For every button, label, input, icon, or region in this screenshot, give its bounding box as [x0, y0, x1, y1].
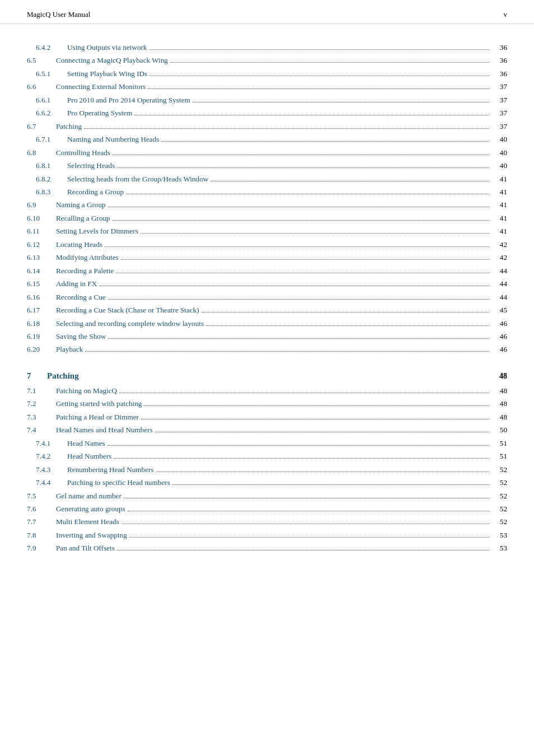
- toc-entry-label: Controlling Heads: [56, 147, 110, 158]
- toc-entry: 7.4.3Renumbering Head Numbers52: [27, 464, 507, 475]
- toc-entry-label: Selecting heads from the Group/Heads Win…: [67, 174, 208, 185]
- toc-entry-number: 6.6.1: [27, 95, 67, 106]
- toc-dots: [170, 62, 489, 63]
- toc-entry-number: 7.4.3: [27, 464, 67, 475]
- toc-entry-number: 6.20: [27, 344, 56, 355]
- toc-entry: 6.10Recalling a Group41: [27, 213, 507, 224]
- toc-dots: [105, 246, 489, 247]
- toc-entry-page: 46: [491, 318, 507, 329]
- toc-entry-number: 6.16: [27, 292, 56, 303]
- toc-dots: [108, 299, 489, 300]
- section-7-number: 7: [27, 371, 47, 381]
- toc-dots: [85, 351, 489, 352]
- toc-entry-label: Patching on MagicQ: [56, 385, 117, 396]
- toc-entry-number: 6.13: [27, 252, 56, 263]
- toc-entry-label: Head Names and Head Numbers: [56, 424, 153, 436]
- toc-entry: 7.2Getting started with patching48: [27, 398, 507, 409]
- toc-entry-page: 36: [491, 42, 507, 53]
- toc-entry: 7.9Pan and Tilt Offsets53: [27, 543, 507, 554]
- toc-entry-label: Setting Levels for Dimmers: [56, 226, 138, 237]
- toc-dots: [113, 220, 489, 221]
- toc-entry-number: 6.8.1: [27, 160, 67, 171]
- toc-entry-number: 6.6: [27, 81, 56, 92]
- toc-entry-page: 52: [491, 477, 507, 488]
- toc-entry-label: Adding in FX: [56, 278, 97, 290]
- toc-dots: [117, 167, 489, 168]
- toc-entry: 6.6Connecting External Monitors37: [27, 81, 507, 92]
- toc-entry: 7.7Multi Element Heads52: [27, 516, 507, 528]
- toc-entry-label: Pan and Tilt Offsets: [56, 543, 115, 554]
- toc-entry-label: Saving the Show: [56, 331, 106, 342]
- toc-entry-number: 7.8: [27, 530, 56, 541]
- toc-entry-label: Using Outputs via network: [67, 42, 147, 53]
- toc-entry-page: 40: [491, 147, 507, 158]
- toc-entry-label: Connecting External Monitors: [56, 81, 146, 92]
- toc-entry-number: 6.12: [27, 239, 56, 250]
- toc-entry: 6.18Selecting and recording complete win…: [27, 318, 507, 329]
- toc-entry-number: 7.1: [27, 385, 56, 396]
- toc-dots: [134, 115, 489, 115]
- toc-entry: 7.4Head Names and Head Numbers50: [27, 424, 507, 436]
- toc-dots: [126, 194, 489, 194]
- toc-entry-label: Generating auto groups: [56, 503, 125, 515]
- toc-entry-number: 7.6: [27, 503, 56, 515]
- toc-entry-number: 6.15: [27, 278, 56, 290]
- toc-entry-number: 6.7: [27, 121, 56, 132]
- toc-entry: 6.8Controlling Heads40: [27, 147, 507, 158]
- toc-entry-page: 48: [491, 398, 507, 409]
- toc-dots: [84, 128, 489, 129]
- toc-entry-number: 6.5: [27, 55, 56, 66]
- toc-entry-page: 53: [491, 543, 507, 554]
- toc-entry-page: 36: [491, 68, 507, 80]
- toc-dots: [114, 458, 489, 459]
- toc-entry-label: Patching a Head or Dimmer: [56, 412, 139, 423]
- toc-entry-number: 6.9: [27, 199, 56, 211]
- toc-entry-number: 7.5: [27, 491, 56, 502]
- toc-entries-6: 6.4.2Using Outputs via network366.5Conne…: [27, 42, 507, 356]
- toc-entry-number: 6.7.1: [27, 134, 67, 145]
- toc-entry-number: 6.8.3: [27, 186, 67, 198]
- toc-entry-page: 37: [491, 81, 507, 92]
- toc-entry-page: 36: [491, 55, 507, 66]
- toc-dots: [107, 445, 489, 446]
- toc-entry: 6.15Adding in FX44: [27, 278, 507, 290]
- toc-entry: 6.8.1Selecting Heads40: [27, 160, 507, 171]
- toc-dots: [155, 432, 489, 432]
- header-page: v: [504, 10, 508, 19]
- toc-entry-page: 46: [491, 331, 507, 342]
- toc-dots: [148, 88, 489, 89]
- toc-entry: 6.16Recording a Cue44: [27, 292, 507, 303]
- toc-entry: 6.6.1Pro 2010 and Pro 2014 Operating Sys…: [27, 95, 507, 106]
- toc-entry-label: Getting started with patching: [56, 398, 142, 409]
- toc-entry: 7.6Generating auto groups52: [27, 503, 507, 515]
- toc-entry-number: 7.4.1: [27, 438, 67, 449]
- toc-entry: 6.17Recording a Cue Stack (Chase or Thea…: [27, 305, 507, 316]
- toc-entry-page: 52: [491, 516, 507, 528]
- toc-entry-label: Gel name and number: [56, 491, 121, 502]
- toc-entry-label: Locating Heads: [56, 239, 102, 250]
- toc-entry-page: 41: [491, 186, 507, 198]
- toc-entry-page: 46: [491, 344, 507, 355]
- toc-entry-label: Inverting and Swapping: [56, 530, 127, 541]
- toc-entry-label: Multi Element Heads: [56, 516, 119, 528]
- toc-entry-label: Naming a Group: [56, 199, 106, 211]
- toc-entry-page: 40: [491, 134, 507, 145]
- toc-dots: [128, 511, 489, 511]
- toc-entry-page: 53: [491, 530, 507, 541]
- toc-entry-label: Head Numbers: [67, 451, 111, 462]
- toc-entry: 6.6.2Pro Operating System37: [27, 108, 507, 119]
- toc-entry: 6.12Locating Heads42: [27, 239, 507, 250]
- toc-dots: [121, 259, 489, 260]
- toc-dots: [144, 405, 489, 406]
- toc-entry: 7.4.4Patching to specific Head numbers52: [27, 477, 507, 488]
- toc-entry-number: 6.5.1: [27, 68, 67, 80]
- toc-entry-page: 37: [491, 95, 507, 106]
- toc-dots: [108, 338, 489, 339]
- toc-entry-page: 48: [491, 385, 507, 396]
- toc-entry-label: Pro Operating System: [67, 108, 132, 119]
- toc-dots: [161, 141, 489, 142]
- toc-entry: 6.7.1Naming and Numbering Heads40: [27, 134, 507, 145]
- toc-entry-page: 41: [491, 174, 507, 185]
- section-7-page: 48: [499, 372, 507, 381]
- toc-entry-page: 45: [491, 305, 507, 316]
